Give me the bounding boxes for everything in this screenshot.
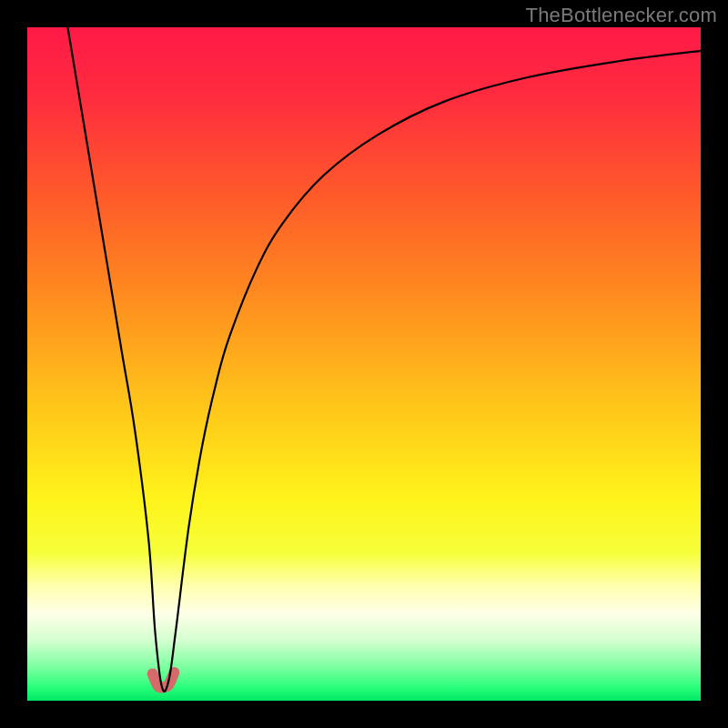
gradient-background xyxy=(27,27,701,701)
chart-frame: TheBottlenecker.com xyxy=(0,0,728,728)
plot-area xyxy=(27,27,701,701)
plot-svg xyxy=(27,27,701,701)
watermark-text: TheBottlenecker.com xyxy=(526,4,717,27)
